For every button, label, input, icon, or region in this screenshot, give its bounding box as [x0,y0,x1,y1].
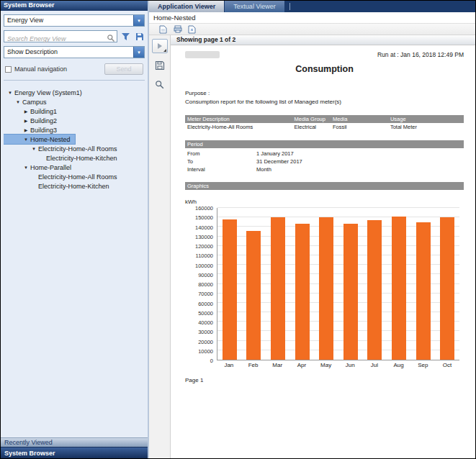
viewer-toolbar [149,24,475,35]
description-mode-dropdown[interactable]: Show Description ▼ [4,46,145,58]
chart-y-tick-label: 20000 [198,338,213,345]
tree-item-campus[interactable]: ▼Campus [4,97,51,106]
view-selector-dropdown[interactable]: Energy View ▼ [4,14,145,27]
purpose-text: Consumption report for the following lis… [185,99,464,105]
tree-item-label: Electricity-Home-Kitchen [38,183,109,190]
tree-expanded-icon[interactable]: ▼ [30,147,37,151]
panel-divider [4,80,145,81]
meter-table-header-cell: Meter Description [187,115,295,123]
chart-x-tick-label: Oct [439,362,455,368]
description-mode-value: Show Description [4,47,133,58]
chart-bar-jan [223,219,237,360]
tree-item-home-parallel[interactable]: ▼Home-Parallel [4,163,76,172]
tree-item-electricity-home-kitchen[interactable]: Electricity-Home-Kitchen [4,153,122,163]
tree-collapsed-icon[interactable]: ▶ [22,127,30,132]
tree-item-label: Home-Parallel [30,164,71,171]
manual-navigation-row: Manual navigation Send [5,63,145,75]
chart-bar-oct [440,217,454,360]
tree-item-label: Electricity-Home-Kitchen [46,155,117,162]
zoom-button[interactable] [152,78,168,91]
paging-text: Showing page 1 of 2 [176,36,235,43]
dropdown-corner-icon [163,49,166,52]
chart-unit-label: kWh [185,199,464,205]
chart-y-tick-label: 0 [210,358,213,364]
meter-table-cell: Total Meter [390,123,462,132]
run-report-button[interactable] [152,39,168,53]
chart-bar-may [319,217,333,360]
tree-expanded-icon[interactable]: ▼ [22,137,30,142]
meter-table-cell: Electrical [295,123,333,132]
search-input[interactable] [4,34,117,45]
meter-table-header-cell: Usage [390,115,462,123]
chart-y-tick-label: 50000 [198,309,213,316]
chart-x-tick-label: Jul [367,362,382,368]
tree-expanded-icon[interactable]: ▼ [14,100,22,104]
period-row: From1 January 2017 [185,150,464,158]
tree-expanded-icon[interactable]: ▼ [6,91,14,95]
viewer-tabbar: Application Viewer Textual Viewer [149,1,475,12]
filter-icon[interactable] [120,31,131,42]
view-selector-value: Energy View [4,15,133,26]
report-column: Showing page 1 of 2 Run at : Jan 16, 201… [171,35,475,458]
chart-y-tick-label: 130000 [195,233,213,240]
chart-x-tick-label: Jan [221,362,237,368]
tree-item-label: Electricity-Home-All Rooms [38,173,117,181]
tree-item-electricity-home-kitchen[interactable]: Electricity-Home-Kitchen [4,181,114,191]
save-search-icon[interactable] [134,31,145,42]
meter-table-cell: Electricity-Home-All Rooms [187,123,295,132]
chart-plot [217,208,459,360]
consumption-chart: 0100002000030000400005000060000700008000… [185,208,464,368]
system-browser-panel-header[interactable]: System Browser [1,1,148,11]
chart-bar-apr [295,224,310,360]
tree-item-building1[interactable]: ▶Building1 [4,106,61,116]
system-browser-bar[interactable]: System Browser [1,447,148,458]
tab-textual-viewer[interactable]: Textual Viewer [225,1,284,12]
tab-application-viewer[interactable]: Application Viewer [149,1,224,12]
search-icon[interactable] [107,32,115,45]
tree-collapsed-icon[interactable]: ▶ [22,109,30,114]
save-report-button[interactable] [152,59,168,72]
report-side-toolbar [149,35,171,458]
tree-item-label: Building1 [30,108,57,115]
page-setup-icon[interactable] [187,24,197,34]
tree-item-electricity-home-all-rooms[interactable]: Electricity-Home-All Rooms [4,172,122,181]
tree-item-label: Energy View (System1) [14,89,82,96]
selection-title: Home-Nested [149,12,475,24]
manual-navigation-checkbox[interactable] [5,66,12,73]
chart-gridline [217,207,459,208]
report-page-number: Page 1 [185,377,464,383]
print-icon[interactable] [172,24,183,34]
tree-collapsed-icon[interactable]: ▶ [22,118,30,123]
chart-y-tick-label: 110000 [196,253,213,259]
viewer-body: Showing page 1 of 2 Run at : Jan 16, 201… [149,35,475,458]
report-page: Run at : Jan 16, 2018 12:49 PM Consumpti… [171,45,475,458]
chart-y-tick-label: 140000 [195,224,213,230]
tree-expanded-icon[interactable]: ▼ [22,165,30,170]
chart-y-tick-label: 30000 [198,329,213,335]
recently-viewed-bar[interactable]: Recently Viewed [1,437,148,447]
period-row-value: 1 January 2017 [256,150,294,158]
tree-item-home-nested[interactable]: ▼Home-Nested [4,135,75,144]
export-icon[interactable] [158,24,169,34]
tree-item-energy-view-system1-[interactable]: ▼Energy View (System1) [4,88,86,97]
tree-item-electricity-home-all-rooms[interactable]: ▼Electricity-Home-All Rooms [4,144,122,153]
send-button[interactable]: Send [104,63,143,75]
play-icon [156,42,163,50]
period-row-label: From [187,150,256,158]
tree-item-label: Electricity-Home-All Rooms [38,145,117,153]
period-row: IntervalMonth [185,165,464,173]
tree-item-label: Campus [22,99,47,106]
chevron-down-icon[interactable]: ▼ [133,47,144,58]
chart-y-tick-label: 160000 [195,205,213,212]
save-icon [155,60,165,71]
tree-item-building3[interactable]: ▶Building3 [4,125,61,135]
tree-item-building2[interactable]: ▶Building2 [4,116,61,125]
chart-y-axis: 0100002000030000400005000060000700008000… [185,208,217,360]
chart-x-tick-label: Sep [415,362,431,368]
chevron-down-icon[interactable]: ▼ [133,15,144,26]
period-row-label: Interval [187,165,256,173]
chart-y-tick-label: 150000 [195,214,213,221]
system-tree: ▼Energy View (System1)▼Campus▶Building1▶… [4,86,145,437]
manual-navigation-label: Manual navigation [14,65,67,73]
search-field-wrap [4,30,117,42]
